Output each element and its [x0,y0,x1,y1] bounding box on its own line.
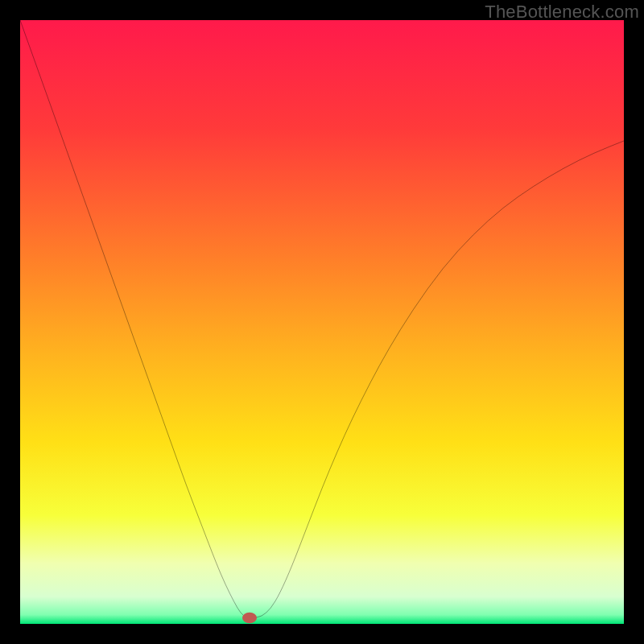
chart-frame: TheBottleneck.com [0,0,644,644]
optimum-marker [242,613,257,624]
bottleneck-chart [20,20,624,624]
watermark-text: TheBottleneck.com [485,2,639,23]
chart-background [20,20,624,624]
